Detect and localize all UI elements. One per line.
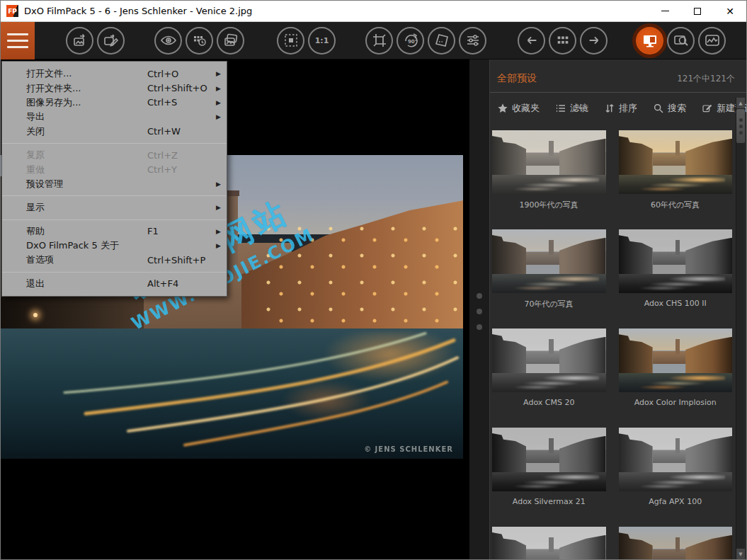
close-button[interactable]: ✕ xyxy=(714,1,746,21)
menu-item[interactable]: 显示 ▶ xyxy=(2,200,227,215)
preset-item[interactable]: Agfa APX 100 xyxy=(619,428,733,507)
menu-separator xyxy=(2,195,227,196)
snapshots-button[interactable] xyxy=(186,27,213,55)
menu-item[interactable]: DxO FilmPack 5 关于 ▶ xyxy=(2,239,227,253)
preset-name: 70年代の写真 xyxy=(492,299,606,309)
preset-item[interactable]: 1900年代の写真 xyxy=(492,130,606,210)
hamburger-icon xyxy=(7,33,28,35)
submenu-arrow-icon: ▶ xyxy=(216,113,221,120)
compare-button[interactable] xyxy=(667,27,695,55)
preset-thumbnail xyxy=(619,328,733,392)
menu-item-label: 打开文件夹... xyxy=(26,82,81,95)
menu-item[interactable]: 关闭 Ctrl+W xyxy=(2,125,227,139)
menu-separator xyxy=(2,272,227,273)
scrollbar-thumb[interactable] xyxy=(736,109,745,143)
menu-item[interactable]: 导出 ▶ xyxy=(2,110,227,124)
menu-item-shortcut: Alt+F4 xyxy=(147,278,178,289)
app-logo-icon: FP xyxy=(6,5,18,17)
settings-button[interactable] xyxy=(459,27,486,55)
preset-item[interactable] xyxy=(619,527,733,559)
submenu-arrow-icon: ▶ xyxy=(216,228,221,235)
preset-item[interactable]: Adox CMS 20 xyxy=(492,328,606,408)
search-button[interactable]: 搜索 xyxy=(653,102,686,115)
crop-icon xyxy=(371,32,388,49)
fit-screen-button[interactable] xyxy=(277,27,304,55)
display-mode-button[interactable] xyxy=(636,27,663,55)
images-button[interactable] xyxy=(217,27,244,55)
preset-thumbnail xyxy=(492,428,606,491)
crop-button[interactable] xyxy=(365,27,393,55)
sort-button[interactable]: 排序 xyxy=(604,102,637,115)
perspective-icon xyxy=(433,32,450,49)
preset-item[interactable]: Adox Color Implosion xyxy=(619,328,733,408)
maximize-button[interactable] xyxy=(681,1,714,21)
app-window: FP DxO FilmPack 5 - 6 - Jens Schlenker -… xyxy=(0,0,747,560)
star-icon xyxy=(497,103,508,114)
thumbnails-button[interactable] xyxy=(549,27,576,55)
file-menu-dropdown: 打开文件... Ctrl+O ▶ 打开文件夹... Ctrl+Shift+O ▶… xyxy=(1,61,227,297)
histogram-button[interactable] xyxy=(698,27,726,55)
menu-item-label: 关闭 xyxy=(26,125,45,138)
menu-item-label: 导出 xyxy=(26,110,45,123)
minimize-button[interactable] xyxy=(649,1,681,21)
panel-splitter[interactable] xyxy=(469,59,490,559)
menu-item-label: DxO FilmPack 5 关于 xyxy=(26,239,119,252)
scroll-up-icon[interactable]: ▲ xyxy=(736,98,745,108)
menu-item[interactable]: 帮助 F1 ▶ xyxy=(2,224,227,239)
favorites-label: 收藏夹 xyxy=(512,102,540,115)
export-edit-icon xyxy=(103,32,120,49)
menu-separator xyxy=(2,219,227,220)
export-image-button[interactable] xyxy=(66,27,93,55)
menu-item[interactable]: 退出 Alt+F4 xyxy=(2,277,227,291)
preset-thumbnail xyxy=(619,428,733,491)
splitter-handle-icon xyxy=(477,293,482,330)
menu-separator xyxy=(2,143,227,144)
scroll-down-icon[interactable]: ▼ xyxy=(736,549,745,559)
preset-thumbnail xyxy=(492,229,606,293)
panel-scrollbar[interactable]: ▲ ▼ xyxy=(736,98,745,559)
previous-button[interactable] xyxy=(518,27,545,55)
rotate-90-button[interactable]: 90° xyxy=(397,27,424,55)
export-edit-button[interactable] xyxy=(97,27,125,55)
menu-item: 重做 Ctrl+Y xyxy=(2,162,227,176)
preset-name: Adox CMS 20 xyxy=(492,398,606,408)
filter-button[interactable]: 滤镜 xyxy=(555,102,588,115)
menu-item-label: 首选项 xyxy=(26,253,54,266)
preset-name: Adox CHS 100 II xyxy=(619,299,733,309)
menu-item-shortcut: Ctrl+Shift+P xyxy=(147,255,205,265)
sliders-icon xyxy=(464,32,481,49)
preset-item[interactable]: 70年代の写真 xyxy=(492,229,606,309)
menu-item[interactable]: 打开文件夹... Ctrl+Shift+O ▶ xyxy=(2,81,227,95)
title-bar: FP DxO FilmPack 5 - 6 - Jens Schlenker -… xyxy=(1,1,746,22)
preset-item[interactable] xyxy=(492,527,606,559)
menu-item[interactable]: 预设管理 ▶ xyxy=(2,177,227,191)
menu-item[interactable]: 图像另存为... Ctrl+S ▶ xyxy=(2,96,227,110)
photo-copyright: © JENS SCHLENKER xyxy=(364,445,453,453)
favorites-button[interactable]: 收藏夹 xyxy=(497,102,540,115)
menu-item-label: 打开文件... xyxy=(26,67,72,80)
preset-item[interactable]: Adox CHS 100 II xyxy=(619,229,733,309)
preset-thumbnail xyxy=(619,130,733,194)
menu-button[interactable] xyxy=(1,22,35,59)
preview-button[interactable] xyxy=(154,27,182,55)
arrow-left-icon xyxy=(524,33,540,48)
submenu-arrow-icon: ▶ xyxy=(216,181,221,188)
one-to-one-icon: 1:1 xyxy=(315,36,329,45)
eye-icon xyxy=(160,32,177,49)
menu-item[interactable]: 打开文件... Ctrl+O ▶ xyxy=(2,67,227,81)
zoom-1to1-button[interactable]: 1:1 xyxy=(308,27,336,55)
preset-item[interactable]: 60年代の写真 xyxy=(619,130,733,210)
menu-item-label: 退出 xyxy=(26,278,45,290)
submenu-arrow-icon: ▶ xyxy=(216,85,221,92)
search-label: 搜索 xyxy=(668,102,686,115)
presets-panel: 全部预设 121个中121个 收藏夹 滤镜 排序 xyxy=(490,59,746,559)
fit-screen-icon xyxy=(283,32,300,49)
preset-item[interactable]: Adox Silvermax 21 xyxy=(492,428,606,507)
header-divider xyxy=(490,92,746,93)
perspective-button[interactable] xyxy=(428,27,455,55)
next-button[interactable] xyxy=(580,27,608,55)
menu-item[interactable]: 首选项 Ctrl+Shift+P xyxy=(2,253,227,267)
panel-header: 全部预设 121个中121个 xyxy=(497,72,735,85)
menu-item-shortcut: Ctrl+Y xyxy=(147,164,177,175)
preset-thumbnail xyxy=(619,527,733,559)
